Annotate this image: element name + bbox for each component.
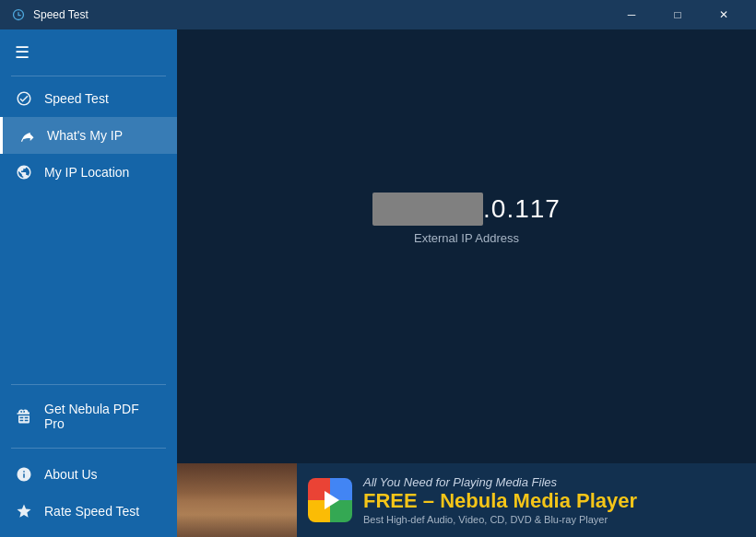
- banner-logo: [308, 478, 352, 522]
- sidebar-item-whats-my-ip[interactable]: What's My IP: [0, 117, 177, 154]
- sidebar-header: ☰: [0, 29, 177, 76]
- banner-top-text: All You Need for Playing Media Files: [363, 475, 756, 489]
- speedometer-icon: [15, 89, 33, 108]
- title-bar-controls: ─ □ ✕: [610, 0, 745, 29]
- sidebar-item-get-nebula[interactable]: Get Nebula PDF Pro: [0, 392, 177, 440]
- sidebar-label-rate-speed-test: Rate Speed Test: [44, 504, 139, 519]
- main-layout: ☰ Speed Test What's My I: [0, 29, 756, 537]
- banner-main-text: FREE – Nebula Media Player: [363, 489, 756, 513]
- title-bar: Speed Test ─ □ ✕: [0, 0, 756, 29]
- info-icon: [15, 465, 33, 484]
- sidebar-label-speed-test: Speed Test: [44, 91, 109, 106]
- sidebar-label-get-nebula: Get Nebula PDF Pro: [44, 402, 162, 431]
- banner-image: [177, 463, 297, 537]
- sidebar-item-my-ip-location[interactable]: My IP Location: [0, 154, 177, 191]
- banner-sub-text: Best High-def Audio, Video, CD, DVD & Bl…: [363, 514, 756, 525]
- ip-display: .0.117 External IP Address: [372, 193, 561, 245]
- sidebar-bottom: Get Nebula PDF Pro About Us: [0, 392, 177, 537]
- sidebar-label-whats-my-ip: What's My IP: [47, 128, 123, 143]
- sidebar-nav: Speed Test What's My IP My IP Loca: [0, 76, 177, 377]
- sidebar-item-speed-test[interactable]: Speed Test: [0, 80, 177, 117]
- maximize-button[interactable]: □: [656, 0, 699, 29]
- ip-partial-text: .0.117: [483, 194, 561, 224]
- title-bar-left: Speed Test: [11, 7, 89, 22]
- hamburger-icon[interactable]: ☰: [15, 42, 30, 63]
- banner-people-image: [177, 463, 297, 537]
- banner-area[interactable]: All You Need for Playing Media Files FRE…: [177, 463, 756, 537]
- star-icon: [15, 502, 33, 520]
- sidebar-item-about-us[interactable]: About Us: [0, 456, 177, 493]
- sidebar: ☰ Speed Test What's My I: [0, 29, 177, 537]
- sidebar-divider-about: [11, 448, 166, 449]
- network-icon: [18, 126, 36, 145]
- minimize-button[interactable]: ─: [610, 0, 653, 29]
- content-area: .0.117 External IP Address All You Need …: [177, 29, 756, 537]
- sidebar-item-rate-speed-test[interactable]: Rate Speed Test: [0, 493, 177, 530]
- content-main: .0.117 External IP Address: [177, 29, 756, 537]
- sidebar-label-about-us: About Us: [44, 467, 98, 482]
- ip-redacted-block: [372, 193, 483, 226]
- sidebar-divider-bottom: [11, 384, 166, 385]
- play-icon: [325, 491, 339, 509]
- banner-text: All You Need for Playing Media Files FRE…: [363, 475, 756, 524]
- sidebar-label-my-ip-location: My IP Location: [44, 165, 129, 180]
- ip-label: External IP Address: [414, 231, 519, 245]
- title-bar-title: Speed Test: [33, 8, 89, 21]
- app-icon: [11, 7, 26, 22]
- globe-icon: [15, 163, 33, 181]
- gift-icon: [15, 407, 33, 426]
- ip-address-row: .0.117: [372, 193, 561, 226]
- close-button[interactable]: ✕: [703, 0, 745, 29]
